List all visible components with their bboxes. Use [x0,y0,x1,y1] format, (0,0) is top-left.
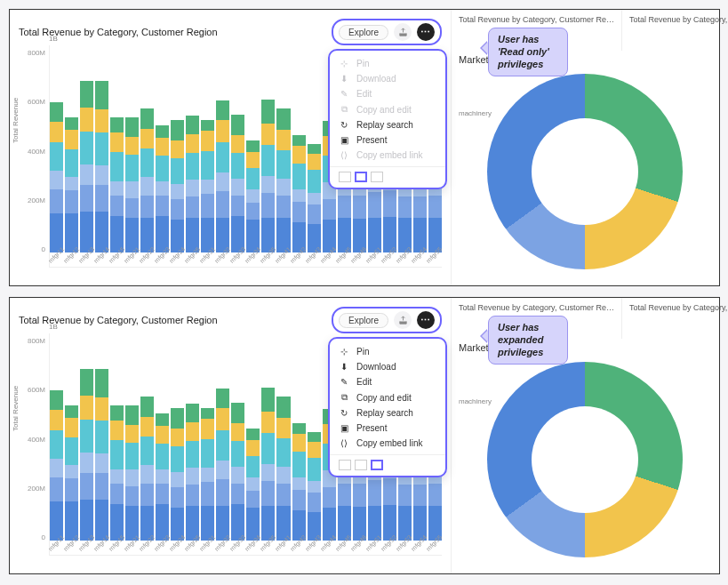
bar: mfgr15 [110,405,124,541]
menu-swatches [330,166,445,184]
donut-label-left: machinery [459,109,492,117]
menu-item-1: ⬇ Download [330,71,445,86]
menu-item-label: Pin [356,59,369,68]
tile-title-2[interactable]: Total Revenue by Category, Customer Re… … [622,298,728,339]
menu-item-5[interactable]: ▣ Present [330,132,445,148]
bar: mfgr35 [261,388,275,541]
bar: mfgr13 [80,369,93,541]
bar: mfgr42 [292,423,306,541]
menu-item-4[interactable]: ↻ Replay search [330,405,445,421]
bar: mfgr33 [231,403,244,541]
swatch[interactable] [339,172,351,182]
menu-item-label: Replay search [356,408,413,418]
bar: mfgr25 [186,404,199,541]
swatch[interactable] [371,172,383,182]
more-icon[interactable]: ⋯ [417,23,435,41]
menu-item-icon: ⬇ [339,362,349,372]
menu-item-3: ⧉ Copy and edit [330,101,445,117]
bar: mfgr23 [156,125,169,252]
annotation-callout: User has expanded privileges [488,316,568,365]
dashboard-panel: Total Revenue by Category, Customer Regi… [9,297,720,574]
bar: mfgr32 [216,389,229,541]
bar: mfgr33 [231,115,244,252]
bar: mfgr24 [171,120,184,252]
y-top-label: 1B [49,35,58,43]
menu-item-6[interactable]: ⟨⟩ Copy embed link [330,436,445,451]
menu-item-label: Present [356,135,387,145]
menu-item-0: ⊹ Pin [330,56,445,71]
share-icon[interactable] [394,23,412,41]
menu-item-label: Copy embed link [356,150,422,160]
more-icon[interactable]: ⋯ [417,311,435,329]
bar: mfgr14 [95,369,108,541]
y-top-label: 1B [49,323,58,331]
bar: mfgr23 [156,413,169,541]
bar-chart-panel: Total Revenue by Category, Customer Regi… [10,10,451,285]
bar: mfgr42 [292,135,306,252]
menu-item-icon: ⟨⟩ [339,438,349,448]
bar: mfgr11 [50,390,63,541]
menu-item-icon: ↻ [339,408,349,418]
share-icon[interactable] [394,311,412,329]
bar: mfgr14 [95,81,108,252]
bar: mfgr12 [65,117,78,252]
menu-item-label: Present [356,423,387,433]
bar: mfgr13 [80,81,93,252]
menu-item-label: Copy and edit [356,105,412,115]
bar: mfgr41 [276,108,290,252]
dashboard-panel: Total Revenue by Category, Customer Regi… [9,9,720,286]
menu-item-icon: ⧉ [339,104,349,115]
menu-item-icon: ⊹ [339,59,349,68]
menu-item-3[interactable]: ⧉ Copy and edit [330,389,445,405]
chart-toolbar: Explore ⋯ [332,19,442,45]
tile-title-2[interactable]: Total Revenue by Category, Customer Re… … [622,10,728,51]
menu-item-5[interactable]: ▣ Present [330,421,445,436]
menu-item-label: Copy and edit [356,393,412,403]
bar: mfgr31 [201,408,214,541]
bar: mfgr22 [140,108,154,252]
menu-item-2[interactable]: ✎ Edit [330,374,445,389]
y-axis-label: Total Revenue [12,98,20,143]
explore-button[interactable]: Explore [339,25,388,40]
donut-chart [487,74,683,269]
menu-item-label: Copy embed link [356,438,422,448]
menu-item-icon: ✎ [339,89,349,99]
donut-chart [487,362,683,557]
menu-item-4[interactable]: ↻ Replay search [330,117,445,132]
bar-chart-panel: Total Revenue by Category, Customer Regi… [10,298,451,573]
menu-item-icon: ⊹ [339,347,349,357]
more-menu-dropdown: ⊹ Pin ⬇ Download ✎ Edit ⧉ Copy and edit … [328,337,447,477]
menu-item-icon: ⧉ [339,392,349,403]
menu-item-icon: ⬇ [339,74,349,84]
explore-button[interactable]: Explore [339,313,388,328]
menu-item-2: ✎ Edit [330,86,445,101]
swatch[interactable] [355,172,367,182]
bar: mfgr25 [186,116,199,252]
bar: mfgr15 [110,117,124,252]
bar: mfgr41 [276,397,290,541]
swatch[interactable] [371,460,383,470]
swatch[interactable] [339,460,351,470]
menu-item-label: Download [356,74,396,84]
menu-item-icon: ↻ [339,120,349,130]
menu-item-1[interactable]: ⬇ Download [330,359,445,374]
bar: mfgr32 [216,100,229,252]
chart-toolbar: Explore ⋯ [332,307,442,333]
y-axis: 800M600M400M200M0 [19,333,49,556]
bar: mfgr43 [308,432,321,541]
bar: mfgr22 [140,397,154,541]
annotation-callout: User has 'Read only' privileges [488,28,568,76]
bar: mfgr43 [308,144,321,252]
menu-item-label: Replay search [356,120,413,130]
menu-item-label: Edit [356,377,372,387]
bar: mfgr35 [261,100,275,252]
bar: mfgr21 [125,117,139,252]
bar: mfgr34 [246,429,260,541]
menu-item-label: Edit [356,89,372,99]
bar: mfgr34 [246,140,260,252]
swatch[interactable] [355,460,367,470]
menu-swatches [330,454,445,472]
bar: mfgr11 [50,102,63,252]
menu-item-icon: ✎ [339,377,349,387]
menu-item-0[interactable]: ⊹ Pin [330,344,445,359]
